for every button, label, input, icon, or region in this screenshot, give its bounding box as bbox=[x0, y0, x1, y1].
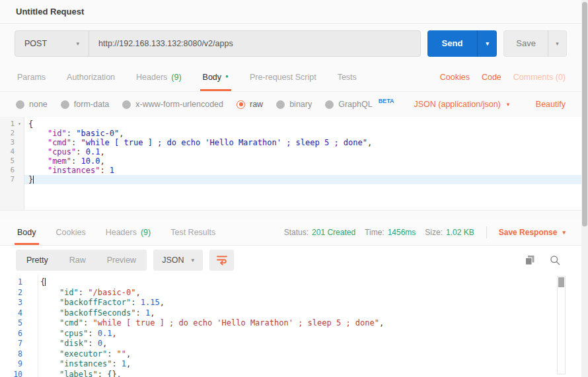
tab-pre-request-script[interactable]: Pre-request Script bbox=[248, 63, 318, 91]
code-line: 9 "instances": 1, bbox=[0, 359, 581, 370]
fold-caret-icon[interactable]: ▾ bbox=[15, 120, 24, 129]
response-tab-test-results[interactable]: Test Results bbox=[169, 219, 217, 245]
tab-label: Body bbox=[203, 73, 222, 82]
radio-label: none bbox=[29, 100, 48, 109]
code-content: "mem": 10.0, bbox=[24, 156, 581, 166]
request-editor[interactable]: 1▾{2 "id": "basic-0",3 "cmd": "while [ t… bbox=[0, 117, 581, 211]
code-content: { bbox=[24, 120, 581, 129]
chevron-down-icon: ▾ bbox=[556, 40, 559, 47]
text-cursor bbox=[45, 278, 46, 286]
send-button-label: Send bbox=[427, 30, 478, 57]
response-status-group: Status: 201 Created Time: 1456ms Size: 1… bbox=[284, 219, 566, 245]
response-tab-headers[interactable]: Headers(9) bbox=[104, 219, 153, 245]
radio-icon bbox=[237, 100, 245, 109]
copy-button[interactable] bbox=[525, 255, 535, 265]
fold-spacer bbox=[29, 329, 38, 339]
body-type-form-data[interactable]: form-data bbox=[61, 100, 110, 109]
response-toolbar: PrettyRawPreview JSON ▾ bbox=[0, 246, 581, 274]
tab-label: Test Results bbox=[170, 228, 215, 237]
size-pair: Size: 1.02 KB bbox=[425, 228, 474, 237]
radio-label: binary bbox=[289, 100, 312, 109]
fold-spacer bbox=[29, 298, 38, 308]
response-scrollbar-thumb[interactable] bbox=[558, 277, 564, 287]
line-number: 8 bbox=[0, 349, 29, 360]
search-button[interactable] bbox=[550, 255, 560, 265]
format-select[interactable]: JSON ▾ bbox=[153, 250, 203, 271]
fold-spacer bbox=[29, 318, 38, 329]
view-pretty[interactable]: Pretty bbox=[16, 250, 59, 271]
beautify-link[interactable]: Beautify bbox=[536, 100, 566, 109]
save-dropdown[interactable]: ▾ bbox=[548, 31, 566, 56]
request-tabs: ParamsAuthorizationHeaders(9)Body●Pre-re… bbox=[16, 63, 358, 91]
tab-authorization[interactable]: Authorization bbox=[65, 63, 116, 91]
link-cookies[interactable]: Cookies bbox=[440, 73, 470, 82]
line-number: 5 bbox=[0, 156, 15, 166]
send-dropdown[interactable]: ▾ bbox=[477, 30, 497, 57]
window-scrollbar-thumb[interactable] bbox=[582, 2, 587, 226]
fold-spacer bbox=[29, 308, 38, 319]
content-type-select[interactable]: JSON (application/json) ▾ bbox=[414, 100, 509, 109]
response-scrollbar[interactable] bbox=[557, 276, 566, 374]
radio-label: GraphQL bbox=[338, 100, 372, 109]
line-number: 3 bbox=[0, 298, 29, 308]
size-label: Size: bbox=[425, 228, 443, 237]
view-raw[interactable]: Raw bbox=[59, 250, 96, 271]
time-pair: Time: 1456ms bbox=[365, 228, 416, 237]
tab-tests[interactable]: Tests bbox=[336, 63, 358, 91]
radio-icon bbox=[61, 100, 69, 109]
code-content: "instances": 1, bbox=[38, 359, 581, 370]
body-type-raw[interactable]: raw bbox=[237, 100, 263, 109]
tab-headers[interactable]: Headers(9) bbox=[135, 63, 183, 91]
tab-params[interactable]: Params bbox=[16, 63, 47, 91]
copy-icon bbox=[525, 255, 535, 265]
method-select[interactable]: POST ▾ bbox=[15, 31, 89, 56]
code-line: 5 "mem": 10.0, bbox=[0, 156, 581, 166]
text-cursor bbox=[33, 176, 34, 184]
fold-spacer bbox=[15, 147, 24, 156]
code-content: "cpus": 0.1, bbox=[24, 147, 581, 156]
wrap-text-button[interactable] bbox=[209, 250, 234, 271]
line-number: 7 bbox=[0, 339, 29, 349]
radio-label: x-www-form-urlencoded bbox=[135, 100, 223, 109]
response-editor-lines: 1{2 "id": "/basic-0",3 "backoffFactor": … bbox=[0, 277, 581, 377]
request-url-bar: POST ▾ Send ▾ Save ▾ bbox=[0, 24, 581, 63]
window-scrollbar[interactable] bbox=[581, 0, 588, 377]
code-line: 2 "id": "/basic-0", bbox=[0, 288, 581, 298]
fold-spacer bbox=[29, 277, 38, 288]
code-content: "id": "/basic-0", bbox=[38, 288, 581, 298]
code-content: "executor": "", bbox=[38, 349, 581, 360]
response-tab-body[interactable]: Body bbox=[16, 219, 38, 245]
code-line: 4 "cpus": 0.1, bbox=[0, 147, 581, 156]
code-content: } bbox=[24, 175, 581, 184]
time-value: 1456ms bbox=[388, 228, 416, 237]
body-type-options: noneform-datax-www-form-urlencodedrawbin… bbox=[16, 100, 394, 109]
body-type-graphql[interactable]: GraphQLBETA bbox=[325, 100, 394, 109]
response-tab-cookies[interactable]: Cookies bbox=[55, 219, 87, 245]
link-code[interactable]: Code bbox=[482, 73, 501, 82]
url-input[interactable] bbox=[89, 31, 420, 56]
status-label: Status: bbox=[284, 228, 309, 237]
code-line: 6 "cpus": 0.1, bbox=[0, 329, 581, 339]
link-comments-0[interactable]: Comments (0) bbox=[513, 73, 566, 82]
status-pair: Status: 201 Created bbox=[284, 228, 355, 237]
save-button-label: Save bbox=[504, 31, 548, 56]
time-label: Time: bbox=[365, 228, 385, 237]
line-number: 7 bbox=[0, 175, 15, 184]
body-type-x-www-form-urlencoded[interactable]: x-www-form-urlencoded bbox=[122, 100, 223, 109]
chevron-down-icon: ▾ bbox=[76, 40, 79, 47]
view-preview[interactable]: Preview bbox=[96, 250, 147, 271]
tab-body[interactable]: Body● bbox=[202, 63, 230, 91]
save-response-button[interactable]: Save Response ▾ bbox=[499, 228, 566, 237]
response-editor[interactable]: 1{2 "id": "/basic-0",3 "backoffFactor": … bbox=[0, 274, 581, 377]
body-type-none[interactable]: none bbox=[16, 100, 48, 109]
send-button[interactable]: Send ▾ bbox=[427, 30, 497, 57]
fold-spacer bbox=[29, 370, 38, 377]
tab-label: Pre-request Script bbox=[250, 73, 316, 82]
save-button[interactable]: Save ▾ bbox=[503, 30, 567, 57]
body-type-binary[interactable]: binary bbox=[276, 100, 312, 109]
status-value: 201 Created bbox=[312, 228, 355, 237]
code-content: "backoffFactor": 1.15, bbox=[38, 298, 581, 308]
size-value: 1.02 KB bbox=[446, 228, 474, 237]
radio-label: raw bbox=[250, 100, 263, 109]
url-group: POST ▾ bbox=[15, 30, 421, 57]
